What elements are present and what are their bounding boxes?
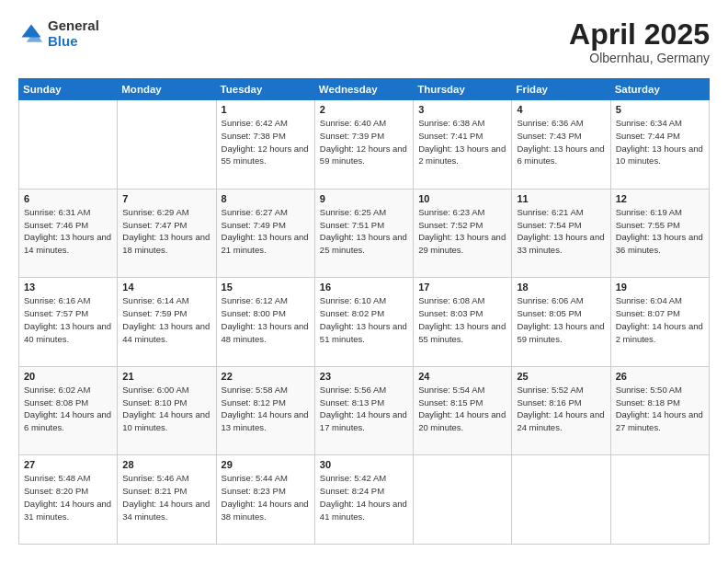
cell-sun-info: Sunrise: 6:16 AM Sunset: 7:57 PM Dayligh…	[24, 294, 112, 345]
calendar-table: SundayMondayTuesdayWednesdayThursdayFrid…	[18, 78, 710, 545]
cell-sun-info: Sunrise: 6:38 AM Sunset: 7:41 PM Dayligh…	[418, 117, 506, 167]
calendar-cell: 18Sunrise: 6:06 AM Sunset: 8:05 PM Dayli…	[512, 278, 610, 367]
calendar-cell	[118, 100, 216, 190]
cell-sun-info: Sunrise: 5:44 AM Sunset: 8:23 PM Dayligh…	[222, 472, 310, 523]
calendar-week-row: 6Sunrise: 6:31 AM Sunset: 7:46 PM Daylig…	[19, 189, 710, 278]
weekday-header-saturday: Saturday	[610, 79, 709, 100]
calendar-cell: 29Sunrise: 5:44 AM Sunset: 8:23 PM Dayli…	[216, 455, 314, 545]
calendar-cell: 22Sunrise: 5:58 AM Sunset: 8:12 PM Dayli…	[216, 366, 314, 455]
calendar-cell: 21Sunrise: 6:00 AM Sunset: 8:10 PM Dayli…	[118, 366, 216, 455]
calendar-cell: 28Sunrise: 5:46 AM Sunset: 8:21 PM Dayli…	[118, 455, 216, 545]
day-number: 13	[24, 282, 112, 293]
cell-sun-info: Sunrise: 5:48 AM Sunset: 8:20 PM Dayligh…	[24, 472, 112, 523]
cell-sun-info: Sunrise: 6:29 AM Sunset: 7:47 PM Dayligh…	[122, 206, 210, 257]
logo-text: General Blue	[48, 18, 99, 49]
calendar-cell: 3Sunrise: 6:38 AM Sunset: 7:41 PM Daylig…	[414, 100, 512, 190]
location-subtitle: Olbernhau, Germany	[569, 51, 710, 65]
calendar-cell: 7Sunrise: 6:29 AM Sunset: 7:47 PM Daylig…	[118, 189, 216, 278]
day-number: 9	[320, 193, 408, 204]
cell-sun-info: Sunrise: 5:58 AM Sunset: 8:12 PM Dayligh…	[222, 384, 310, 434]
logo: General Blue	[18, 18, 99, 49]
calendar-week-row: 13Sunrise: 6:16 AM Sunset: 7:57 PM Dayli…	[19, 278, 710, 367]
month-year-title: April 2025	[569, 18, 710, 51]
calendar-cell: 24Sunrise: 5:54 AM Sunset: 8:15 PM Dayli…	[414, 366, 512, 455]
calendar-cell: 15Sunrise: 6:12 AM Sunset: 8:00 PM Dayli…	[216, 278, 314, 367]
page: General Blue April 2025 Olbernhau, Germa…	[0, 0, 728, 563]
cell-sun-info: Sunrise: 6:36 AM Sunset: 7:43 PM Dayligh…	[517, 117, 605, 167]
calendar-cell: 10Sunrise: 6:23 AM Sunset: 7:52 PM Dayli…	[414, 189, 512, 278]
day-number: 17	[418, 282, 506, 293]
day-number: 19	[616, 282, 704, 293]
calendar-cell: 25Sunrise: 5:52 AM Sunset: 8:16 PM Dayli…	[512, 366, 610, 455]
calendar-cell: 11Sunrise: 6:21 AM Sunset: 7:54 PM Dayli…	[512, 189, 610, 278]
calendar-cell: 26Sunrise: 5:50 AM Sunset: 8:18 PM Dayli…	[610, 366, 709, 455]
calendar-cell: 19Sunrise: 6:04 AM Sunset: 8:07 PM Dayli…	[610, 278, 709, 367]
cell-sun-info: Sunrise: 6:21 AM Sunset: 7:54 PM Dayligh…	[517, 206, 605, 257]
calendar-cell	[414, 455, 512, 545]
day-number: 11	[517, 193, 605, 204]
weekday-header-friday: Friday	[512, 79, 610, 100]
calendar-cell	[19, 100, 118, 190]
day-number: 15	[222, 282, 310, 293]
calendar-cell	[610, 455, 709, 545]
calendar-cell: 9Sunrise: 6:25 AM Sunset: 7:51 PM Daylig…	[314, 189, 413, 278]
day-number: 27	[24, 459, 112, 470]
cell-sun-info: Sunrise: 6:40 AM Sunset: 7:39 PM Dayligh…	[320, 117, 408, 167]
cell-sun-info: Sunrise: 6:08 AM Sunset: 8:03 PM Dayligh…	[418, 294, 506, 345]
day-number: 12	[616, 193, 704, 204]
day-number: 30	[320, 459, 408, 470]
cell-sun-info: Sunrise: 6:34 AM Sunset: 7:44 PM Dayligh…	[616, 117, 704, 167]
day-number: 22	[222, 371, 310, 382]
cell-sun-info: Sunrise: 5:52 AM Sunset: 8:16 PM Dayligh…	[517, 384, 605, 434]
day-number: 21	[122, 371, 210, 382]
cell-sun-info: Sunrise: 6:00 AM Sunset: 8:10 PM Dayligh…	[122, 384, 210, 434]
weekday-header-row: SundayMondayTuesdayWednesdayThursdayFrid…	[19, 79, 710, 100]
day-number: 14	[122, 282, 210, 293]
day-number: 1	[222, 104, 310, 115]
calendar-cell: 17Sunrise: 6:08 AM Sunset: 8:03 PM Dayli…	[414, 278, 512, 367]
calendar-cell: 23Sunrise: 5:56 AM Sunset: 8:13 PM Dayli…	[314, 366, 413, 455]
day-number: 4	[517, 104, 605, 115]
weekday-header-monday: Monday	[118, 79, 216, 100]
calendar-week-row: 1Sunrise: 6:42 AM Sunset: 7:38 PM Daylig…	[19, 100, 710, 190]
calendar-cell: 30Sunrise: 5:42 AM Sunset: 8:24 PM Dayli…	[314, 455, 413, 545]
cell-sun-info: Sunrise: 5:46 AM Sunset: 8:21 PM Dayligh…	[122, 472, 210, 523]
weekday-header-thursday: Thursday	[414, 79, 512, 100]
calendar-cell: 27Sunrise: 5:48 AM Sunset: 8:20 PM Dayli…	[19, 455, 118, 545]
calendar-cell: 6Sunrise: 6:31 AM Sunset: 7:46 PM Daylig…	[19, 189, 118, 278]
cell-sun-info: Sunrise: 6:19 AM Sunset: 7:55 PM Dayligh…	[616, 206, 704, 257]
title-block: April 2025 Olbernhau, Germany	[569, 18, 710, 65]
calendar-week-row: 20Sunrise: 6:02 AM Sunset: 8:08 PM Dayli…	[19, 366, 710, 455]
cell-sun-info: Sunrise: 6:06 AM Sunset: 8:05 PM Dayligh…	[517, 294, 605, 345]
calendar-week-row: 27Sunrise: 5:48 AM Sunset: 8:20 PM Dayli…	[19, 455, 710, 545]
cell-sun-info: Sunrise: 6:04 AM Sunset: 8:07 PM Dayligh…	[616, 294, 704, 345]
cell-sun-info: Sunrise: 6:10 AM Sunset: 8:02 PM Dayligh…	[320, 294, 408, 345]
header: General Blue April 2025 Olbernhau, Germa…	[18, 18, 710, 65]
day-number: 10	[418, 193, 506, 204]
day-number: 29	[222, 459, 310, 470]
day-number: 3	[418, 104, 506, 115]
cell-sun-info: Sunrise: 6:25 AM Sunset: 7:51 PM Dayligh…	[320, 206, 408, 257]
cell-sun-info: Sunrise: 6:27 AM Sunset: 7:49 PM Dayligh…	[222, 206, 310, 257]
cell-sun-info: Sunrise: 6:31 AM Sunset: 7:46 PM Dayligh…	[24, 206, 112, 257]
weekday-header-sunday: Sunday	[19, 79, 118, 100]
cell-sun-info: Sunrise: 5:50 AM Sunset: 8:18 PM Dayligh…	[616, 384, 704, 434]
cell-sun-info: Sunrise: 5:42 AM Sunset: 8:24 PM Dayligh…	[320, 472, 408, 523]
day-number: 6	[24, 193, 112, 204]
logo-blue-text: Blue	[48, 34, 99, 50]
calendar-cell	[512, 455, 610, 545]
calendar-cell: 2Sunrise: 6:40 AM Sunset: 7:39 PM Daylig…	[314, 100, 413, 190]
day-number: 24	[418, 371, 506, 382]
day-number: 25	[517, 371, 605, 382]
calendar-cell: 1Sunrise: 6:42 AM Sunset: 7:38 PM Daylig…	[216, 100, 314, 190]
day-number: 18	[517, 282, 605, 293]
cell-sun-info: Sunrise: 6:42 AM Sunset: 7:38 PM Dayligh…	[222, 117, 310, 167]
weekday-header-wednesday: Wednesday	[314, 79, 413, 100]
calendar-cell: 20Sunrise: 6:02 AM Sunset: 8:08 PM Dayli…	[19, 366, 118, 455]
weekday-header-tuesday: Tuesday	[216, 79, 314, 100]
day-number: 26	[616, 371, 704, 382]
calendar-cell: 5Sunrise: 6:34 AM Sunset: 7:44 PM Daylig…	[610, 100, 709, 190]
day-number: 16	[320, 282, 408, 293]
logo-icon	[18, 21, 44, 47]
cell-sun-info: Sunrise: 5:56 AM Sunset: 8:13 PM Dayligh…	[320, 384, 408, 434]
